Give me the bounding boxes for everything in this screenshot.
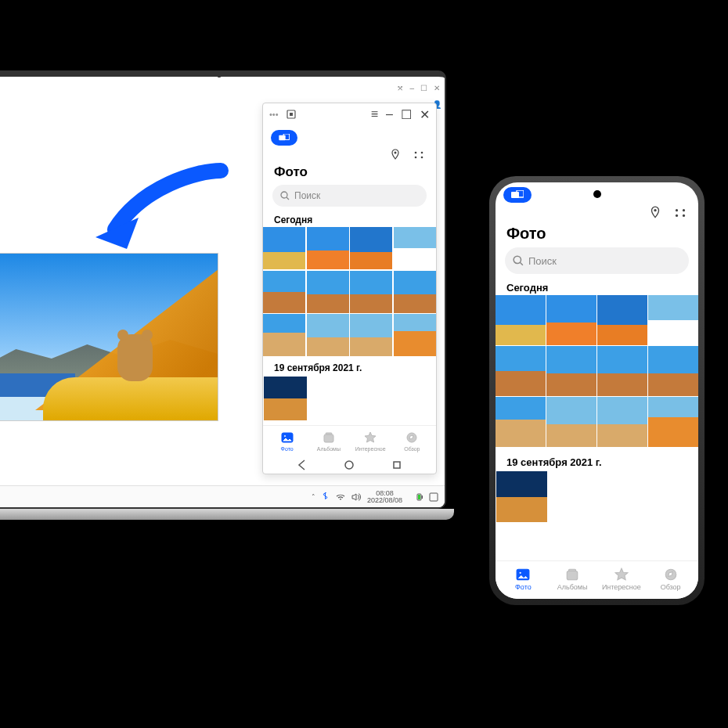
svg-point-8	[281, 192, 287, 198]
svg-rect-13	[326, 433, 332, 434]
volume-icon[interactable]	[351, 493, 361, 501]
photo-thumb[interactable]	[394, 314, 436, 356]
tab-highlights[interactable]: Интересное	[600, 568, 643, 591]
albums-icon	[322, 431, 336, 445]
svg-line-29	[520, 262, 523, 265]
svg-rect-33	[569, 569, 576, 571]
photo-thumb[interactable]	[597, 346, 647, 396]
more-icon[interactable]	[673, 206, 687, 220]
tab-browse[interactable]: Обзор	[649, 568, 693, 591]
tab-browse[interactable]: Обзор	[391, 431, 433, 452]
map-icon[interactable]	[648, 206, 662, 220]
section-date: 19 сентября 2021 г.	[496, 455, 698, 470]
photo-thumb[interactable]	[394, 227, 436, 269]
svg-point-6	[415, 157, 417, 159]
section-today: Сегодня	[496, 280, 698, 295]
wifi-icon[interactable]	[336, 493, 345, 501]
photo-thumb[interactable]	[263, 271, 305, 313]
notifications-icon[interactable]	[429, 492, 438, 502]
svg-rect-12	[324, 434, 333, 442]
window-maximize-button[interactable]: ☐	[401, 107, 412, 122]
photo-thumb[interactable]	[496, 397, 546, 447]
photo-icon	[516, 568, 530, 582]
photo-thumb[interactable]	[263, 314, 305, 356]
photo-thumb[interactable]	[496, 346, 546, 396]
star-icon	[614, 568, 629, 582]
desktop: ⤧ – ☐ ✕ 👤	[0, 77, 445, 507]
search-input[interactable]: Поиск	[505, 247, 689, 274]
more-icon[interactable]	[413, 149, 425, 161]
taskbar-clock[interactable]: 08:08 2022/08/08	[367, 490, 402, 504]
pin-icon[interactable]: ⤧	[397, 84, 403, 92]
tray-up-icon[interactable]: ˄	[312, 493, 315, 501]
photo-thumb[interactable]	[648, 397, 698, 447]
window-close-button[interactable]: ✕	[420, 107, 430, 122]
map-icon[interactable]	[389, 149, 402, 161]
svg-rect-19	[422, 496, 423, 499]
search-icon	[513, 255, 524, 266]
photo-thumb[interactable]	[264, 377, 307, 420]
photo-thumb[interactable]	[546, 397, 596, 447]
photo-thumb[interactable]	[263, 227, 305, 269]
tab-photo[interactable]: Фото	[266, 431, 308, 452]
bluetooth-icon[interactable]	[322, 492, 330, 502]
photo-thumb[interactable]	[307, 271, 349, 313]
photo-thumb[interactable]	[546, 295, 596, 345]
section-date: 19 сентября 2021 г.	[263, 361, 436, 375]
photo-thumb[interactable]	[597, 295, 647, 345]
mirror-title: •••	[269, 110, 279, 119]
photo-thumb[interactable]	[597, 397, 647, 447]
svg-rect-18	[418, 495, 420, 499]
svg-point-31	[519, 571, 521, 574]
tab-albums[interactable]: Альбомы	[308, 431, 349, 452]
multiscreen-icon	[279, 134, 290, 142]
browse-icon	[405, 431, 419, 445]
svg-point-27	[683, 214, 685, 217]
maximize-button[interactable]: ☐	[420, 84, 427, 92]
search-input[interactable]: Поиск	[272, 185, 427, 207]
phone-mirror-window[interactable]: ••• ≡ – ☐ ✕	[262, 103, 437, 474]
albums-icon	[565, 568, 579, 582]
tab-highlights[interactable]: Интересное	[350, 431, 391, 452]
close-button[interactable]: ✕	[434, 84, 440, 92]
nav-back-icon[interactable]	[297, 460, 308, 470]
photo-icon	[280, 431, 294, 445]
svg-point-3	[395, 152, 397, 154]
window-minimize-button[interactable]: –	[386, 107, 393, 121]
phone-camera	[593, 190, 601, 198]
photo-thumb[interactable]	[394, 271, 436, 313]
photo-thumb[interactable]	[350, 271, 392, 313]
svg-point-11	[283, 434, 286, 437]
photo-thumb[interactable]	[350, 314, 392, 356]
svg-point-24	[676, 209, 678, 211]
tab-photo[interactable]: Фото	[501, 568, 545, 591]
photo-thumb[interactable]	[648, 295, 698, 345]
photo-thumb[interactable]	[307, 227, 349, 269]
svg-point-4	[415, 152, 417, 154]
minimize-button[interactable]: –	[409, 84, 414, 92]
svg-rect-20	[430, 493, 438, 501]
photo-thumb[interactable]	[307, 314, 349, 356]
browse-icon	[664, 568, 678, 582]
battery-icon[interactable]	[409, 493, 423, 501]
photo-thumb[interactable]	[546, 346, 596, 396]
cast-icon[interactable]	[287, 110, 296, 119]
photo-thumb[interactable]	[350, 227, 392, 269]
multiscreen-badge[interactable]	[271, 130, 297, 146]
photo-thumb[interactable]	[648, 346, 698, 396]
page-title: Фото	[263, 161, 436, 185]
transfer-arrow-icon	[96, 163, 229, 249]
dragged-photo[interactable]	[0, 253, 218, 421]
nav-recent-icon[interactable]	[391, 460, 402, 470]
phone-device: Фото Поиск Сегодня 19 сентября 20	[489, 176, 705, 605]
photo-thumb[interactable]	[496, 471, 547, 522]
tab-albums[interactable]: Альбомы	[550, 568, 594, 591]
multiscreen-icon	[511, 190, 524, 200]
menu-icon[interactable]: ≡	[371, 107, 378, 121]
star-icon	[363, 431, 377, 445]
multiscreen-badge[interactable]	[503, 187, 532, 203]
photo-thumb[interactable]	[496, 295, 546, 345]
laptop-base	[0, 509, 454, 520]
svg-point-28	[514, 256, 521, 263]
nav-home-icon[interactable]	[344, 460, 355, 470]
